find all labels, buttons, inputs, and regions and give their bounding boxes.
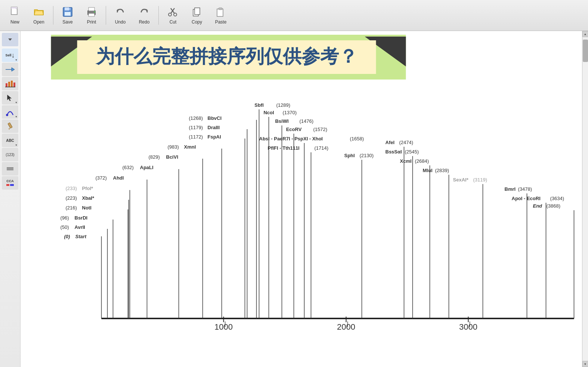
svg-text:BciVI: BciVI	[166, 154, 179, 160]
sidebar-chart-button[interactable]	[2, 77, 18, 90]
copy-button[interactable]: Copy	[186, 2, 208, 28]
open-button[interactable]: Open	[28, 2, 50, 28]
undo-button[interactable]: Undo	[109, 2, 131, 28]
svg-text:BsrDI: BsrDI	[75, 215, 88, 221]
new-button[interactable]: New	[4, 2, 26, 28]
scrollbar-track	[583, 38, 588, 360]
svg-rect-26	[13, 83, 15, 87]
svg-text:PflFI - Tth111I: PflFI - Tth111I	[268, 145, 300, 151]
print-button[interactable]: Print	[80, 2, 103, 28]
svg-text:(233): (233)	[66, 186, 77, 191]
svg-text:(1714): (1714)	[315, 145, 329, 151]
svg-rect-18	[195, 8, 200, 15]
svg-text:AhdI: AhdI	[113, 175, 124, 181]
sidebar-sell-button[interactable]: Sell ↓ ▼	[2, 49, 18, 62]
svg-text:3000: 3000	[459, 322, 477, 332]
svg-text:(1268): (1268)	[189, 115, 203, 121]
svg-text:NotI: NotI	[82, 205, 92, 211]
svg-text:(0): (0)	[64, 234, 70, 239]
svg-text:ApaLI: ApaLI	[140, 165, 154, 170]
svg-text:(2545): (2545)	[405, 149, 419, 155]
new-doc-icon	[9, 6, 21, 18]
svg-text:(2839): (2839)	[435, 168, 449, 173]
svg-text:FspAI: FspAI	[208, 134, 221, 140]
svg-text:XcmI: XcmI	[400, 158, 412, 164]
sidebar-arc-button[interactable]: ▼	[2, 105, 18, 119]
svg-text:(96): (96)	[61, 215, 69, 221]
svg-text:(3868): (3868)	[547, 203, 561, 209]
svg-text:AfeI: AfeI	[386, 140, 395, 145]
svg-rect-24	[8, 82, 10, 87]
svg-text:AbsI - PaeR7I - PspXI - XhoI: AbsI - PaeR7I - PspXI - XhoI	[259, 136, 323, 141]
sidebar-number-button[interactable]: (123)	[2, 148, 18, 161]
svg-text:SbfI: SbfI	[254, 102, 264, 108]
paste-button[interactable]: Paste	[210, 2, 232, 28]
redo-button[interactable]: Redo	[133, 2, 155, 28]
svg-text:SexAI*: SexAI*	[453, 177, 469, 183]
svg-text:|: |	[347, 321, 348, 327]
sidebar-pencil-button[interactable]	[2, 119, 18, 133]
content-area: 为什么完整拼接序列仅供参考？ 1000 | 2000 | 3000 |	[21, 31, 582, 367]
svg-text:(1179): (1179)	[189, 125, 203, 130]
copy-icon	[191, 6, 203, 18]
svg-text:(2474): (2474)	[399, 140, 414, 145]
svg-marker-28	[7, 94, 12, 101]
toolbar-sep-3	[158, 6, 159, 25]
svg-text:(3119): (3119)	[473, 177, 488, 183]
cut-button[interactable]: Cut	[162, 2, 184, 28]
svg-rect-9	[89, 13, 95, 16]
save-button[interactable]: Save	[56, 2, 79, 28]
svg-text:(3634): (3634)	[550, 196, 564, 201]
toolbar-sep-1	[53, 6, 53, 25]
svg-text:PfoI*: PfoI*	[82, 186, 94, 191]
svg-text:XmnI: XmnI	[184, 144, 196, 150]
print-icon	[86, 6, 98, 18]
svg-text:BssSαI: BssSαI	[386, 149, 402, 155]
svg-rect-20	[219, 8, 222, 10]
svg-text:DraIII: DraIII	[208, 125, 220, 130]
svg-text:|: |	[224, 321, 226, 327]
svg-marker-22	[6, 68, 15, 71]
svg-text:(829): (829)	[149, 154, 160, 160]
svg-marker-31	[9, 128, 10, 130]
svg-text:(1476): (1476)	[300, 118, 314, 124]
svg-text:(983): (983)	[168, 144, 179, 150]
scroll-down-button[interactable]: ▼	[582, 361, 588, 367]
banner-title: 为什么完整拼接序列仅供参考？	[95, 46, 358, 67]
scroll-up-button[interactable]: ▲	[582, 31, 588, 37]
sidebar-dropdown-top[interactable]	[2, 33, 18, 46]
sidebar-text-button[interactable]: ABC ▼	[2, 134, 18, 147]
svg-rect-35	[6, 184, 9, 186]
svg-text:(1370): (1370)	[283, 110, 297, 115]
svg-text:(216): (216)	[66, 205, 77, 211]
redo-icon	[138, 6, 150, 18]
svg-text:BbvCI: BbvCI	[208, 115, 222, 121]
svg-marker-21	[8, 38, 12, 41]
sidebar-dots-button[interactable]	[2, 162, 18, 175]
svg-text:(223): (223)	[66, 195, 77, 201]
svg-text:(2130): (2130)	[360, 153, 374, 158]
scrollbar-thumb[interactable]	[583, 40, 588, 62]
sidebar-cursor-button[interactable]: ▼	[2, 91, 18, 105]
svg-rect-2	[11, 7, 17, 9]
svg-text:(1172): (1172)	[189, 134, 203, 140]
svg-rect-23	[6, 83, 7, 87]
svg-rect-19	[217, 9, 223, 16]
main-layout: Sell ↓ ▼ ▼	[0, 31, 588, 367]
svg-rect-25	[11, 81, 13, 87]
paste-icon	[215, 6, 227, 18]
svg-point-29	[6, 114, 8, 116]
svg-text:End: End	[533, 203, 543, 209]
svg-text:(2684): (2684)	[415, 158, 429, 164]
sidebar-arrow-button[interactable]	[2, 63, 18, 76]
svg-text:BsiWI: BsiWI	[275, 118, 288, 124]
toolbar-sep-2	[106, 6, 106, 25]
svg-text:(3478): (3478)	[518, 186, 532, 192]
svg-rect-8	[89, 7, 95, 11]
sidebar-cca-button[interactable]: CCA	[2, 176, 18, 190]
svg-text:(1289): (1289)	[276, 102, 291, 108]
svg-text:EcoRV: EcoRV	[286, 127, 302, 132]
svg-text:1000: 1000	[214, 322, 233, 332]
svg-rect-5	[65, 12, 71, 16]
svg-text:(372): (372)	[96, 175, 107, 181]
